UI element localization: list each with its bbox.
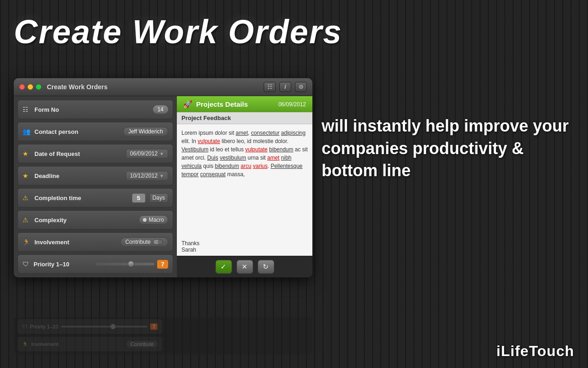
complexity-row: ⚠ Complexity Macro <box>17 210 173 230</box>
cancel-button[interactable]: ✕ <box>237 260 253 274</box>
macro-toggle[interactable]: Macro <box>139 215 168 224</box>
title-bar: Create Work Orders ☷ i ⚙ <box>14 78 312 96</box>
document-icon[interactable]: ☷ <box>264 82 276 92</box>
project-date: 06/09/2012 <box>278 101 306 108</box>
priority-thumb[interactable] <box>128 261 134 267</box>
refresh-button[interactable]: ↻ <box>258 260 274 274</box>
contact-label: Contact person <box>34 128 119 135</box>
right-panel: 🚀 Projects Details 06/09/2012 Project Fe… <box>177 96 312 277</box>
shield-icon: 🛡 <box>23 260 31 268</box>
feedback-label: Project Feedback <box>177 112 312 124</box>
action-bar: ✓ ✕ ↻ <box>177 256 312 277</box>
completion-row: ⚠ Completion time 5 Days <box>17 188 173 207</box>
priority-slider[interactable] <box>96 263 155 265</box>
sign-name: Sarah <box>181 247 308 253</box>
maximize-button[interactable] <box>36 84 41 90</box>
macro-dot <box>143 218 147 222</box>
date-stepper[interactable]: ▼ <box>159 151 164 156</box>
close-button[interactable] <box>19 84 25 90</box>
document-icon: ☷ <box>23 106 31 113</box>
deadline-label: Deadline <box>34 172 122 179</box>
star-icon: ★ <box>23 150 31 157</box>
priority-label: Priority 1–10 <box>34 261 93 268</box>
app-window: Create Work Orders ☷ i ⚙ ☷ Form No 14 👥 … <box>14 78 312 277</box>
refresh-icon: ↻ <box>263 263 269 271</box>
rocket-icon: 🚀 <box>183 100 192 109</box>
lorem-text: Lorem ipsum dolor sit amet, consectetur … <box>181 129 308 178</box>
gear-icon[interactable]: ⚙ <box>295 82 307 92</box>
contribute-toggle[interactable]: Contribute <box>120 237 168 247</box>
contact-value: Jeff Widderich <box>123 127 168 136</box>
date-row: ★ Date of Request 06/09/2012 ▼ <box>17 144 173 163</box>
date-label: Date of Request <box>34 150 122 157</box>
form-no-value: 14 <box>153 105 168 114</box>
involvement-row: 🏃 Involvement Contribute <box>17 232 173 252</box>
deadline-value[interactable]: 10/12/2012 ▼ <box>126 171 168 180</box>
thanks-text: Thanks <box>181 240 308 247</box>
project-header: 🚀 Projects Details 06/09/2012 <box>177 96 312 112</box>
form-no-label: Form No <box>34 106 149 113</box>
close-icon: ✕ <box>242 263 248 271</box>
warning-icon: ⚠ <box>23 194 31 201</box>
check-icon: ✓ <box>220 263 226 271</box>
date-value[interactable]: 06/09/2012 ▼ <box>126 149 168 158</box>
priority-row: 🛡 Priority 1–10 7 <box>17 254 173 274</box>
deadline-stepper[interactable]: ▼ <box>159 173 164 178</box>
confirm-button[interactable]: ✓ <box>215 260 232 274</box>
minimize-button[interactable] <box>28 84 33 90</box>
completion-label: Completion time <box>34 195 128 201</box>
complexity-label: Complexity <box>34 217 135 224</box>
priority-value: 7 <box>157 260 168 269</box>
complexity-icon: ⚠ <box>23 216 31 224</box>
contribute-label: Contribute <box>125 239 151 245</box>
star-icon2: ★ <box>23 172 31 179</box>
project-sign: Thanks Sarah <box>177 237 312 256</box>
project-text-area[interactable]: Lorem ipsum dolor sit amet, consectetur … <box>177 124 312 237</box>
macro-label: Macro <box>149 217 164 223</box>
left-panel: ☷ Form No 14 👥 Contact person Jeff Widde… <box>14 96 177 277</box>
ghost-window: 🛡Priority 1–10 7 🏃Involvement Contribute <box>14 317 312 354</box>
contact-icon: 👥 <box>23 128 31 135</box>
involvement-icon: 🏃 <box>23 238 31 246</box>
main-content: ☷ Form No 14 👥 Contact person Jeff Widde… <box>14 96 312 277</box>
completion-unit[interactable]: Days <box>149 193 168 202</box>
page-title: Create Work Orders <box>14 13 342 51</box>
info-icon[interactable]: i <box>279 82 291 92</box>
contact-row: 👥 Contact person Jeff Widderich <box>17 122 173 141</box>
involvement-label: Involvement <box>34 239 117 246</box>
promo-text: will instantly help improve your compani… <box>322 115 574 182</box>
brand-logo: iLifeTouch <box>497 343 574 360</box>
completion-number[interactable]: 5 <box>132 193 146 203</box>
project-title: Projects Details <box>196 100 275 108</box>
toolbar-icons: ☷ i ⚙ <box>264 82 307 92</box>
toggle-pill <box>153 239 163 245</box>
traffic-lights <box>19 84 41 90</box>
window-title: Create Work Orders <box>47 83 264 91</box>
form-no-row: ☷ Form No 14 <box>17 100 173 119</box>
deadline-row: ★ Deadline 10/12/2012 ▼ <box>17 166 173 185</box>
